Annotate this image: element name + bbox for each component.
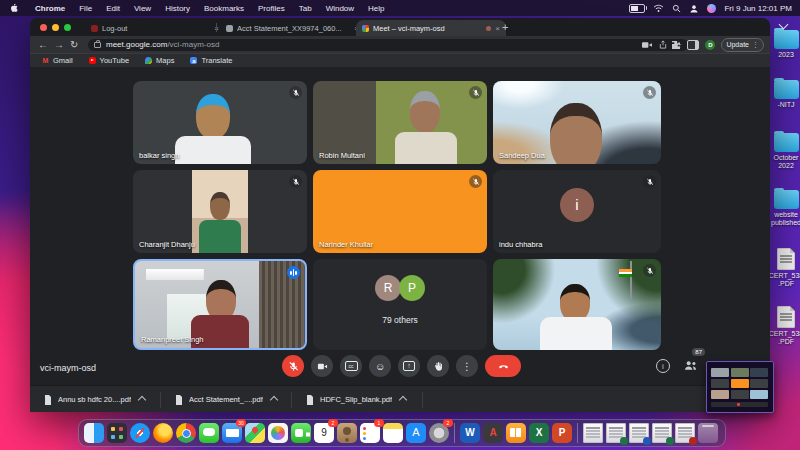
dock-powerpoint-icon[interactable] xyxy=(552,423,572,443)
bookmark-youtube[interactable]: YouTube xyxy=(89,56,129,65)
menu-window[interactable]: Window xyxy=(319,4,361,13)
participant-tile-flag-background[interactable] xyxy=(493,259,661,350)
menu-help[interactable]: Help xyxy=(361,4,391,13)
dock-finder-icon[interactable] xyxy=(84,423,104,443)
dock-minimized-excel-window[interactable] xyxy=(606,423,626,443)
download-item-2[interactable]: Acct Statement_....pdf xyxy=(161,395,291,405)
spotlight-search-icon[interactable] xyxy=(672,4,681,13)
dock-chrome-icon[interactable] xyxy=(176,423,196,443)
address-bar[interactable]: meet.google.com /vci-maym-osd ☆ xyxy=(88,39,688,51)
forward-button[interactable]: → xyxy=(54,38,64,51)
dock-facetime-icon[interactable] xyxy=(291,423,311,443)
menu-edit[interactable]: Edit xyxy=(99,4,127,13)
more-options-button[interactable]: ⋮ xyxy=(456,355,478,377)
tab-meet-active[interactable]: Meet – vci-maym-osd × xyxy=(356,20,506,36)
dock-trash-icon[interactable] xyxy=(698,423,718,443)
download-item-3[interactable]: HDFC_Slip_blank.pdf xyxy=(292,395,422,405)
dock-messages-icon[interactable] xyxy=(199,423,219,443)
captions-button[interactable]: cc xyxy=(340,355,362,377)
battery-icon[interactable] xyxy=(629,4,645,13)
dock-acrobat-icon[interactable] xyxy=(483,423,503,443)
camera-button[interactable] xyxy=(311,355,333,377)
participant-tile-balkar-singh[interactable]: balkar singh xyxy=(133,81,307,164)
dock-launchpad-icon[interactable] xyxy=(107,423,127,443)
share-icon[interactable] xyxy=(659,40,667,49)
desktop-folder-nitj[interactable]: -NITJ xyxy=(766,80,800,109)
meeting-details-button[interactable]: i xyxy=(656,359,670,373)
dock-safari-icon[interactable] xyxy=(130,423,150,443)
menu-file[interactable]: File xyxy=(72,4,99,13)
dock-app-store-icon[interactable] xyxy=(406,423,426,443)
people-panel-button[interactable]: 87 xyxy=(684,357,698,375)
end-call-button[interactable] xyxy=(485,355,521,377)
menu-history[interactable]: History xyxy=(158,4,197,13)
tab-acct-statement[interactable]: Acct Statement_XX9974_060... × xyxy=(220,20,365,36)
back-button[interactable]: ← xyxy=(38,38,48,51)
dock-photos-icon[interactable] xyxy=(268,423,288,443)
extensions-puzzle-icon[interactable] xyxy=(671,40,681,50)
overflow-tile-79-others[interactable]: R P 79 others xyxy=(313,259,487,350)
side-panel-icon[interactable] xyxy=(687,40,699,50)
menu-bookmarks[interactable]: Bookmarks xyxy=(197,4,251,13)
chevron-up-icon[interactable] xyxy=(138,395,146,403)
dock-reminders-icon[interactable]: 1 xyxy=(360,423,380,443)
update-chrome-button[interactable]: Update ⋮ xyxy=(721,38,764,52)
participant-tile-indu-chhabra[interactable]: i indu chhabra xyxy=(493,170,661,253)
dock-excel-icon[interactable] xyxy=(529,423,549,443)
menu-profiles[interactable]: Profiles xyxy=(251,4,292,13)
bookmark-gmail[interactable]: MGmail xyxy=(42,56,73,65)
desktop-pdf-cert-1[interactable]: CERT_538 .PDF xyxy=(766,248,800,288)
apple-menu-icon[interactable] xyxy=(9,3,18,14)
dock-minimized-document-window[interactable] xyxy=(583,423,603,443)
camera-in-use-icon[interactable] xyxy=(642,41,652,49)
desktop-folder-october-2022[interactable]: October 2022 xyxy=(766,133,800,170)
bookmark-translate[interactable]: aTranslate xyxy=(190,56,232,65)
profile-avatar[interactable]: D xyxy=(705,40,715,50)
tab-logout[interactable]: Log-out × xyxy=(85,20,225,36)
close-window-button[interactable] xyxy=(40,24,47,31)
screenshot-preview-thumbnail[interactable] xyxy=(706,361,774,413)
menu-bar-clock[interactable]: Fri 9 Jun 12:01 PM xyxy=(724,4,792,13)
minimize-window-button[interactable] xyxy=(52,24,59,31)
menu-view[interactable]: View xyxy=(127,4,158,13)
reload-button[interactable]: ↻ xyxy=(70,38,78,51)
tab-close-icon[interactable]: × xyxy=(495,24,500,33)
download-item-1[interactable]: Annu sb hdfc 20....pdf xyxy=(30,395,160,405)
desktop-folder-website-published[interactable]: website published xyxy=(766,190,800,227)
dock-calendar-icon[interactable]: 92 xyxy=(314,423,334,443)
wifi-icon[interactable] xyxy=(653,4,664,13)
raise-hand-button[interactable] xyxy=(427,355,449,377)
bookmark-maps[interactable]: Maps xyxy=(145,56,174,65)
chevron-up-icon[interactable] xyxy=(399,395,407,403)
dock-mail-icon[interactable]: 30 xyxy=(222,423,242,443)
new-tab-button[interactable]: + xyxy=(502,21,508,33)
control-center-icon[interactable] xyxy=(707,4,716,13)
dock-minimized-excel-window[interactable] xyxy=(652,423,672,443)
participant-tile-ramanpreet-singh[interactable]: Ramanpreet Singh xyxy=(133,259,307,350)
participant-tile-robin-multani[interactable]: Robin Multani xyxy=(313,81,487,164)
dock-books-icon[interactable] xyxy=(506,423,526,443)
participant-tile-narinder-khullar[interactable]: Narinder Khullar xyxy=(313,170,487,253)
dock-settings-icon[interactable]: 2 xyxy=(429,423,449,443)
reactions-button[interactable]: ☺ xyxy=(369,355,391,377)
menu-chrome[interactable]: Chrome xyxy=(28,4,72,13)
user-switch-icon[interactable] xyxy=(689,4,699,13)
zoom-window-button[interactable] xyxy=(64,24,71,31)
chevron-up-icon[interactable] xyxy=(270,395,278,403)
desktop-folder-2023[interactable]: 2023 xyxy=(766,30,800,59)
dock-contacts-icon[interactable] xyxy=(337,423,357,443)
dock-word-icon[interactable] xyxy=(460,423,480,443)
dock-notes-icon[interactable] xyxy=(383,423,403,443)
participant-tile-charanjit-dhanju[interactable]: Charanjit Dhanju xyxy=(133,170,307,253)
participant-tile-sandeep-dua[interactable]: Sandeep Dua xyxy=(493,81,661,164)
more-menu-icon[interactable]: ⋮ xyxy=(752,41,759,49)
dock-maps-icon[interactable] xyxy=(245,423,265,443)
dock-minimized-word-window[interactable] xyxy=(629,423,649,443)
mic-mute-button[interactable] xyxy=(282,355,304,377)
lock-icon[interactable] xyxy=(94,42,101,48)
menu-tab[interactable]: Tab xyxy=(292,4,319,13)
desktop-pdf-cert-2[interactable]: CERT_538 .PDF xyxy=(766,306,800,346)
dock-firefox-icon[interactable] xyxy=(153,423,173,443)
present-button[interactable]: ↑ xyxy=(398,355,420,377)
dock-minimized-browser-window[interactable] xyxy=(675,423,695,443)
